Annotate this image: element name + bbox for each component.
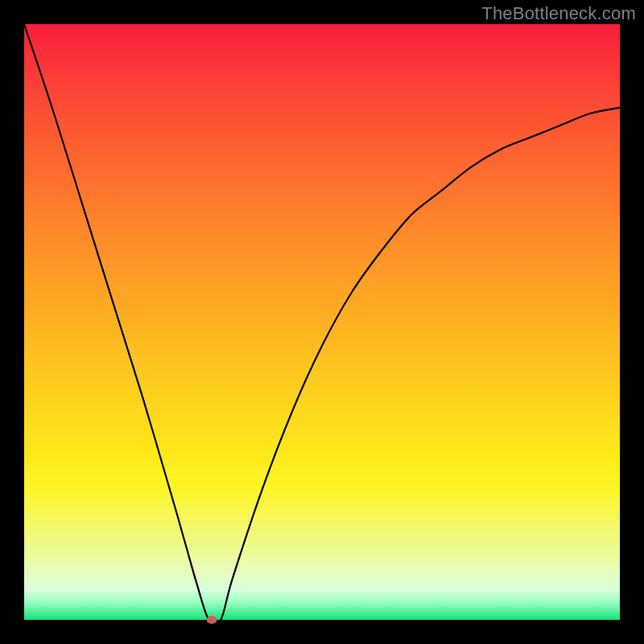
plot-area (24, 24, 620, 620)
chart-frame: TheBottleneck.com (0, 0, 644, 644)
bottleneck-marker (207, 616, 217, 624)
bottleneck-curve (24, 24, 620, 620)
watermark-text: TheBottleneck.com (481, 3, 636, 24)
